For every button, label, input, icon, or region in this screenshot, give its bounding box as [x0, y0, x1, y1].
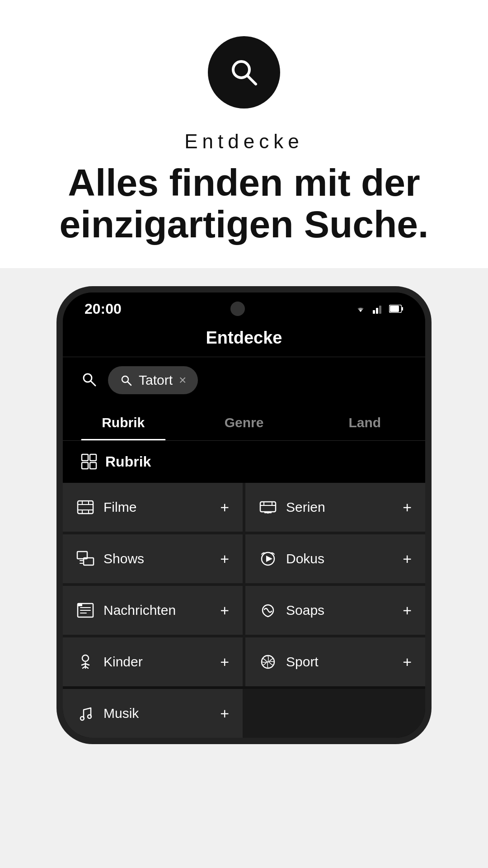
musik-plus: + [220, 706, 229, 721]
status-notch [230, 302, 245, 316]
svg-point-42 [80, 717, 84, 720]
category-serien[interactable]: Serien + [245, 483, 425, 532]
kinder-label: Kinder [103, 654, 143, 670]
svg-line-11 [127, 382, 131, 385]
promo-title: Alles finden mit der einzigartigen Suche… [27, 162, 461, 245]
status-bar: 20:00 [63, 292, 425, 317]
shows-icon [76, 550, 94, 568]
category-grid: Filme + Serien + [63, 483, 425, 686]
category-shows[interactable]: Shows + [63, 534, 243, 583]
status-icons [354, 304, 404, 314]
filme-icon [76, 498, 94, 516]
svg-line-1 [247, 75, 256, 84]
dokus-plus: + [403, 551, 412, 566]
nachrichten-label: Nachrichten [103, 603, 176, 618]
promo-subtitle: Entdecke [184, 130, 303, 153]
svg-rect-4 [379, 306, 381, 314]
soaps-plus: + [403, 603, 412, 618]
tab-land[interactable]: Land [305, 405, 425, 440]
svg-rect-2 [373, 310, 375, 314]
svg-rect-15 [90, 462, 96, 469]
search-chip[interactable]: Tatort × [108, 366, 198, 394]
nachrichten-icon [76, 601, 94, 619]
serien-label: Serien [286, 500, 325, 515]
promo-section: Entdecke Alles finden mit der einzigarti… [0, 0, 488, 268]
search-icon[interactable] [81, 371, 97, 389]
category-soaps[interactable]: Soaps + [245, 586, 425, 635]
category-musik[interactable]: Musik + [63, 689, 243, 738]
nachrichten-plus: + [220, 603, 229, 618]
dokus-icon [259, 550, 277, 568]
tab-rubrik[interactable]: Rubrik [63, 405, 183, 440]
rubrik-icon [81, 453, 97, 470]
category-sport[interactable]: Sport + [245, 637, 425, 686]
section-title: Rubrik [105, 453, 151, 470]
soaps-icon [259, 601, 277, 619]
svg-line-9 [91, 381, 95, 386]
app-title: Entdecke [81, 328, 407, 357]
musik-label: Musik [103, 706, 139, 721]
musik-icon [76, 704, 94, 722]
category-nachrichten[interactable]: Nachrichten + [63, 586, 243, 635]
sport-plus: + [403, 654, 412, 670]
filme-label: Filme [103, 500, 136, 515]
svg-rect-6 [390, 306, 399, 312]
filme-plus: + [220, 500, 229, 515]
sport-label: Sport [286, 654, 319, 670]
svg-point-40 [82, 655, 89, 661]
svg-rect-14 [82, 462, 88, 469]
svg-rect-39 [78, 604, 82, 606]
kinder-icon [76, 653, 94, 671]
serien-icon [259, 498, 277, 516]
sport-icon [259, 653, 277, 671]
section-header: Rubrik [63, 441, 425, 483]
svg-rect-16 [78, 501, 93, 514]
svg-point-43 [88, 715, 91, 718]
kinder-plus: + [220, 654, 229, 670]
chip-close-button[interactable]: × [179, 373, 186, 387]
app-bar: Entdecke [63, 317, 425, 357]
dokus-label: Dokus [286, 551, 324, 566]
category-filme[interactable]: Filme + [63, 483, 243, 532]
shows-plus: + [220, 551, 229, 566]
svg-marker-34 [266, 556, 272, 562]
soaps-label: Soaps [286, 603, 324, 618]
tab-genre[interactable]: Genre [183, 405, 304, 440]
category-kinder[interactable]: Kinder + [63, 637, 243, 686]
phone-frame: 20:00 Entdecke [56, 286, 432, 744]
shows-label: Shows [103, 551, 144, 566]
status-time: 20:00 [84, 301, 122, 317]
tabs-bar: Rubrik Genre Land [63, 405, 425, 441]
svg-rect-7 [402, 307, 403, 311]
serien-plus: + [403, 500, 412, 515]
svg-rect-12 [82, 454, 88, 461]
category-dokus[interactable]: Dokus + [245, 534, 425, 583]
chip-text: Tatort [139, 373, 173, 388]
svg-rect-23 [260, 502, 276, 512]
svg-rect-13 [90, 454, 96, 461]
svg-rect-3 [376, 308, 378, 314]
search-row: Tatort × [63, 357, 425, 405]
promo-search-icon [208, 36, 280, 108]
